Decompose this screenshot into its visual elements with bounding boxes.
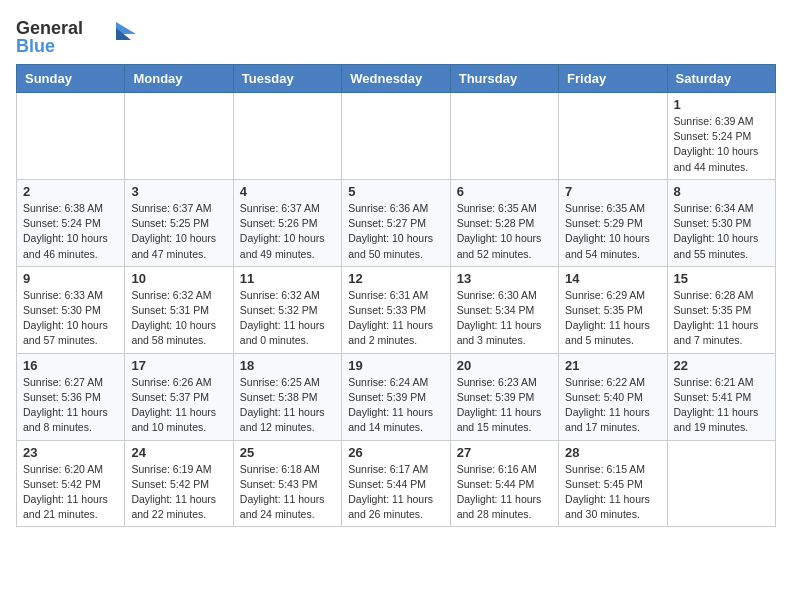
day-info: Sunrise: 6:19 AMSunset: 5:42 PMDaylight:… [131, 462, 226, 523]
day-info: Sunrise: 6:29 AMSunset: 5:35 PMDaylight:… [565, 288, 660, 349]
calendar-cell: 24Sunrise: 6:19 AMSunset: 5:42 PMDayligh… [125, 440, 233, 527]
calendar-cell: 19Sunrise: 6:24 AMSunset: 5:39 PMDayligh… [342, 353, 450, 440]
day-info: Sunrise: 6:39 AMSunset: 5:24 PMDaylight:… [674, 114, 769, 175]
logo-svg: GeneralBlue [16, 16, 146, 56]
calendar-cell: 11Sunrise: 6:32 AMSunset: 5:32 PMDayligh… [233, 266, 341, 353]
day-number: 1 [674, 97, 769, 112]
day-info: Sunrise: 6:27 AMSunset: 5:36 PMDaylight:… [23, 375, 118, 436]
day-number: 5 [348, 184, 443, 199]
day-info: Sunrise: 6:22 AMSunset: 5:40 PMDaylight:… [565, 375, 660, 436]
calendar-cell: 12Sunrise: 6:31 AMSunset: 5:33 PMDayligh… [342, 266, 450, 353]
day-info: Sunrise: 6:26 AMSunset: 5:37 PMDaylight:… [131, 375, 226, 436]
calendar-cell: 2Sunrise: 6:38 AMSunset: 5:24 PMDaylight… [17, 179, 125, 266]
calendar-cell: 10Sunrise: 6:32 AMSunset: 5:31 PMDayligh… [125, 266, 233, 353]
day-info: Sunrise: 6:20 AMSunset: 5:42 PMDaylight:… [23, 462, 118, 523]
day-info: Sunrise: 6:37 AMSunset: 5:26 PMDaylight:… [240, 201, 335, 262]
day-number: 7 [565, 184, 660, 199]
weekday-header-saturday: Saturday [667, 65, 775, 93]
calendar-week-row: 23Sunrise: 6:20 AMSunset: 5:42 PMDayligh… [17, 440, 776, 527]
calendar-cell: 5Sunrise: 6:36 AMSunset: 5:27 PMDaylight… [342, 179, 450, 266]
day-info: Sunrise: 6:37 AMSunset: 5:25 PMDaylight:… [131, 201, 226, 262]
day-info: Sunrise: 6:31 AMSunset: 5:33 PMDaylight:… [348, 288, 443, 349]
calendar-cell: 4Sunrise: 6:37 AMSunset: 5:26 PMDaylight… [233, 179, 341, 266]
calendar-cell: 25Sunrise: 6:18 AMSunset: 5:43 PMDayligh… [233, 440, 341, 527]
day-number: 28 [565, 445, 660, 460]
day-number: 4 [240, 184, 335, 199]
calendar-cell: 13Sunrise: 6:30 AMSunset: 5:34 PMDayligh… [450, 266, 558, 353]
day-info: Sunrise: 6:30 AMSunset: 5:34 PMDaylight:… [457, 288, 552, 349]
calendar-week-row: 9Sunrise: 6:33 AMSunset: 5:30 PMDaylight… [17, 266, 776, 353]
calendar-cell: 21Sunrise: 6:22 AMSunset: 5:40 PMDayligh… [559, 353, 667, 440]
calendar-week-row: 2Sunrise: 6:38 AMSunset: 5:24 PMDaylight… [17, 179, 776, 266]
day-info: Sunrise: 6:21 AMSunset: 5:41 PMDaylight:… [674, 375, 769, 436]
day-number: 25 [240, 445, 335, 460]
weekday-header-wednesday: Wednesday [342, 65, 450, 93]
calendar-cell: 26Sunrise: 6:17 AMSunset: 5:44 PMDayligh… [342, 440, 450, 527]
day-number: 6 [457, 184, 552, 199]
svg-text:General: General [16, 18, 83, 38]
calendar-cell: 20Sunrise: 6:23 AMSunset: 5:39 PMDayligh… [450, 353, 558, 440]
day-number: 19 [348, 358, 443, 373]
calendar-table: SundayMondayTuesdayWednesdayThursdayFrid… [16, 64, 776, 527]
calendar-cell: 17Sunrise: 6:26 AMSunset: 5:37 PMDayligh… [125, 353, 233, 440]
calendar-cell: 15Sunrise: 6:28 AMSunset: 5:35 PMDayligh… [667, 266, 775, 353]
day-number: 26 [348, 445, 443, 460]
calendar-cell: 9Sunrise: 6:33 AMSunset: 5:30 PMDaylight… [17, 266, 125, 353]
day-number: 3 [131, 184, 226, 199]
day-number: 10 [131, 271, 226, 286]
day-number: 21 [565, 358, 660, 373]
day-number: 17 [131, 358, 226, 373]
day-number: 27 [457, 445, 552, 460]
day-info: Sunrise: 6:32 AMSunset: 5:32 PMDaylight:… [240, 288, 335, 349]
calendar-cell [559, 93, 667, 180]
weekday-header-sunday: Sunday [17, 65, 125, 93]
day-info: Sunrise: 6:34 AMSunset: 5:30 PMDaylight:… [674, 201, 769, 262]
day-number: 13 [457, 271, 552, 286]
calendar-cell: 6Sunrise: 6:35 AMSunset: 5:28 PMDaylight… [450, 179, 558, 266]
calendar-cell: 27Sunrise: 6:16 AMSunset: 5:44 PMDayligh… [450, 440, 558, 527]
day-number: 9 [23, 271, 118, 286]
day-number: 2 [23, 184, 118, 199]
day-info: Sunrise: 6:16 AMSunset: 5:44 PMDaylight:… [457, 462, 552, 523]
day-info: Sunrise: 6:18 AMSunset: 5:43 PMDaylight:… [240, 462, 335, 523]
calendar-cell: 14Sunrise: 6:29 AMSunset: 5:35 PMDayligh… [559, 266, 667, 353]
calendar-cell: 1Sunrise: 6:39 AMSunset: 5:24 PMDaylight… [667, 93, 775, 180]
day-number: 20 [457, 358, 552, 373]
day-info: Sunrise: 6:28 AMSunset: 5:35 PMDaylight:… [674, 288, 769, 349]
calendar-cell: 8Sunrise: 6:34 AMSunset: 5:30 PMDaylight… [667, 179, 775, 266]
calendar-cell: 23Sunrise: 6:20 AMSunset: 5:42 PMDayligh… [17, 440, 125, 527]
day-number: 8 [674, 184, 769, 199]
day-number: 22 [674, 358, 769, 373]
calendar-week-row: 16Sunrise: 6:27 AMSunset: 5:36 PMDayligh… [17, 353, 776, 440]
calendar-cell: 16Sunrise: 6:27 AMSunset: 5:36 PMDayligh… [17, 353, 125, 440]
day-info: Sunrise: 6:35 AMSunset: 5:29 PMDaylight:… [565, 201, 660, 262]
day-number: 23 [23, 445, 118, 460]
day-number: 14 [565, 271, 660, 286]
day-info: Sunrise: 6:35 AMSunset: 5:28 PMDaylight:… [457, 201, 552, 262]
day-info: Sunrise: 6:25 AMSunset: 5:38 PMDaylight:… [240, 375, 335, 436]
weekday-header-thursday: Thursday [450, 65, 558, 93]
day-info: Sunrise: 6:15 AMSunset: 5:45 PMDaylight:… [565, 462, 660, 523]
day-number: 11 [240, 271, 335, 286]
logo: GeneralBlue [16, 16, 146, 56]
calendar-cell [17, 93, 125, 180]
day-number: 16 [23, 358, 118, 373]
calendar-week-row: 1Sunrise: 6:39 AMSunset: 5:24 PMDaylight… [17, 93, 776, 180]
calendar-cell: 3Sunrise: 6:37 AMSunset: 5:25 PMDaylight… [125, 179, 233, 266]
svg-text:Blue: Blue [16, 36, 55, 56]
calendar-cell [450, 93, 558, 180]
day-info: Sunrise: 6:24 AMSunset: 5:39 PMDaylight:… [348, 375, 443, 436]
day-number: 15 [674, 271, 769, 286]
calendar-cell: 22Sunrise: 6:21 AMSunset: 5:41 PMDayligh… [667, 353, 775, 440]
weekday-header-tuesday: Tuesday [233, 65, 341, 93]
day-number: 18 [240, 358, 335, 373]
weekday-header-monday: Monday [125, 65, 233, 93]
calendar-cell: 7Sunrise: 6:35 AMSunset: 5:29 PMDaylight… [559, 179, 667, 266]
day-info: Sunrise: 6:17 AMSunset: 5:44 PMDaylight:… [348, 462, 443, 523]
calendar-cell: 28Sunrise: 6:15 AMSunset: 5:45 PMDayligh… [559, 440, 667, 527]
calendar-cell [342, 93, 450, 180]
calendar-cell [667, 440, 775, 527]
day-number: 24 [131, 445, 226, 460]
calendar-cell [125, 93, 233, 180]
calendar-cell: 18Sunrise: 6:25 AMSunset: 5:38 PMDayligh… [233, 353, 341, 440]
